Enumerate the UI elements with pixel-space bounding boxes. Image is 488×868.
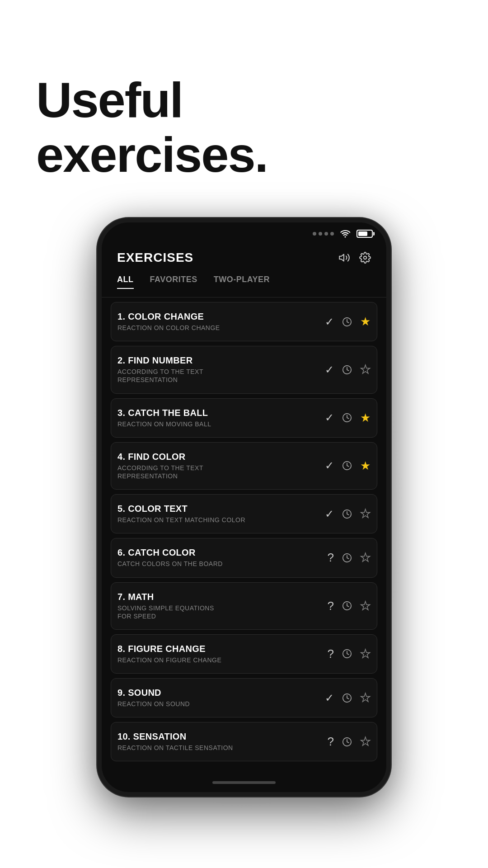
history-icon-5 <box>342 509 352 519</box>
phone-wrapper: EXERCISES ALL <box>81 209 407 815</box>
exercise-desc-1: REACTION ON COLOR CHANGE <box>117 324 325 332</box>
exercise-item-3[interactable]: 3. CATCH THE BALL REACTION ON MOVING BAL… <box>111 398 377 438</box>
svg-point-1 <box>364 256 367 259</box>
exercise-item-2[interactable]: 2. FIND NUMBER ACCORDING TO THE TEXTREPR… <box>111 346 377 393</box>
exercise-item-1[interactable]: 1. COLOR CHANGE REACTION ON COLOR CHANGE… <box>111 302 377 341</box>
star-icon-7[interactable]: ★ <box>360 599 371 613</box>
sound-icon[interactable] <box>338 252 350 264</box>
star-icon-3[interactable]: ★ <box>360 411 371 425</box>
exercise-info-8: 8. FIGURE CHANGE REACTION ON FIGURE CHAN… <box>117 644 328 664</box>
check-icon-4: ✓ <box>325 459 334 472</box>
star-icon-4[interactable]: ★ <box>360 459 371 473</box>
exercise-item-7[interactable]: 7. MATH SOLVING SIMPLE EQUATIONSFOR SPEE… <box>111 582 377 630</box>
home-bar <box>212 781 276 784</box>
exercise-info-3: 3. CATCH THE BALL REACTION ON MOVING BAL… <box>117 408 325 428</box>
exercise-name-1: 1. COLOR CHANGE <box>117 311 325 322</box>
tab-favorites[interactable]: FAVORITES <box>150 275 197 289</box>
exercise-actions-6: ? ★ <box>328 551 371 565</box>
star-icon-10[interactable]: ★ <box>360 735 371 749</box>
exercise-desc-5: REACTION ON TEXT MATCHING COLOR <box>117 516 325 524</box>
exercise-item-5[interactable]: 5. COLOR TEXT REACTION ON TEXT MATCHING … <box>111 494 377 533</box>
wifi-icon <box>340 230 350 238</box>
history-icon-1 <box>342 317 352 327</box>
home-indicator <box>102 776 386 792</box>
history-icon-6 <box>342 553 352 563</box>
signal-dot-1 <box>313 232 316 236</box>
phone-frame: EXERCISES ALL <box>97 218 391 797</box>
star-icon-9[interactable]: ★ <box>360 691 371 705</box>
history-icon-3 <box>342 413 352 423</box>
header-icons <box>338 252 371 264</box>
star-icon-2[interactable]: ★ <box>360 363 371 377</box>
question-icon-8: ? <box>328 647 334 661</box>
status-bar <box>102 222 386 241</box>
svg-marker-0 <box>339 254 344 261</box>
signal-dot-4 <box>330 232 334 236</box>
tab-all[interactable]: ALL <box>117 275 134 289</box>
settings-icon[interactable] <box>359 252 371 264</box>
exercise-name-4: 4. FIND COLOR <box>117 452 325 462</box>
exercise-info-6: 6. CATCH COLOR CATCH COLORS ON THE BOARD <box>117 547 328 568</box>
exercise-name-2: 2. FIND NUMBER <box>117 355 325 366</box>
history-icon-2 <box>342 365 352 375</box>
exercise-name-8: 8. FIGURE CHANGE <box>117 644 328 654</box>
exercise-actions-5: ✓ ★ <box>325 507 371 521</box>
exercise-actions-4: ✓ ★ <box>325 459 371 473</box>
question-icon-6: ? <box>328 551 334 565</box>
star-icon-8[interactable]: ★ <box>360 647 371 661</box>
exercise-name-7: 7. MATH <box>117 592 328 602</box>
history-icon-4 <box>342 461 352 471</box>
check-icon-1: ✓ <box>325 316 334 328</box>
exercise-actions-8: ? ★ <box>328 647 371 661</box>
question-icon-7: ? <box>328 599 334 613</box>
history-icon-10 <box>342 737 352 747</box>
check-icon-3: ✓ <box>325 411 334 424</box>
exercise-item-4[interactable]: 4. FIND COLOR ACCORDING TO THE TEXTREPRE… <box>111 442 377 490</box>
exercise-actions-3: ✓ ★ <box>325 411 371 425</box>
hero-section: Useful exercises. <box>0 0 488 209</box>
exercise-item-10[interactable]: 10. SENSATION REACTION ON TACTILE SENSAT… <box>111 722 377 761</box>
exercise-name-5: 5. COLOR TEXT <box>117 504 325 514</box>
exercise-desc-4: ACCORDING TO THE TEXTREPRESENTATION <box>117 464 325 480</box>
tabs-row: ALL FAVORITES TWO-PLAYER <box>102 272 386 297</box>
battery-icon <box>357 230 373 238</box>
hero-title: Useful exercises. <box>36 72 452 182</box>
exercise-info-2: 2. FIND NUMBER ACCORDING TO THE TEXTREPR… <box>117 355 325 384</box>
check-icon-5: ✓ <box>325 508 334 520</box>
exercise-info-1: 1. COLOR CHANGE REACTION ON COLOR CHANGE <box>117 311 325 332</box>
exercise-actions-1: ✓ ★ <box>325 315 371 329</box>
exercise-desc-8: REACTION ON FIGURE CHANGE <box>117 656 328 664</box>
history-icon-9 <box>342 693 352 703</box>
exercise-item-9[interactable]: 9. SOUND REACTION ON SOUND ✓ ★ <box>111 678 377 717</box>
exercise-name-10: 10. SENSATION <box>117 731 328 742</box>
exercise-desc-2: ACCORDING TO THE TEXTREPRESENTATION <box>117 368 325 384</box>
exercise-actions-10: ? ★ <box>328 735 371 749</box>
exercise-item-8[interactable]: 8. FIGURE CHANGE REACTION ON FIGURE CHAN… <box>111 634 377 674</box>
exercise-info-10: 10. SENSATION REACTION ON TACTILE SENSAT… <box>117 731 328 752</box>
exercise-desc-7: SOLVING SIMPLE EQUATIONSFOR SPEED <box>117 604 328 620</box>
signal-dot-2 <box>319 232 322 236</box>
exercise-info-7: 7. MATH SOLVING SIMPLE EQUATIONSFOR SPEE… <box>117 592 328 620</box>
exercise-desc-9: REACTION ON SOUND <box>117 700 325 708</box>
history-icon-8 <box>342 649 352 659</box>
exercise-desc-6: CATCH COLORS ON THE BOARD <box>117 560 328 568</box>
exercise-info-5: 5. COLOR TEXT REACTION ON TEXT MATCHING … <box>117 504 325 524</box>
exercise-name-3: 3. CATCH THE BALL <box>117 408 325 418</box>
exercise-info-4: 4. FIND COLOR ACCORDING TO THE TEXTREPRE… <box>117 452 325 480</box>
tab-two-player[interactable]: TWO-PLAYER <box>214 275 270 289</box>
history-icon-7 <box>342 601 352 611</box>
exercise-name-6: 6. CATCH COLOR <box>117 547 328 558</box>
exercise-actions-7: ? ★ <box>328 599 371 613</box>
star-icon-6[interactable]: ★ <box>360 551 371 565</box>
check-icon-2: ✓ <box>325 363 334 376</box>
signal-dot-3 <box>324 232 328 236</box>
app-title: EXERCISES <box>117 250 193 265</box>
app-header: EXERCISES <box>102 241 386 272</box>
exercise-item-6[interactable]: 6. CATCH COLOR CATCH COLORS ON THE BOARD… <box>111 538 377 577</box>
check-icon-9: ✓ <box>325 692 334 704</box>
star-icon-1[interactable]: ★ <box>360 315 371 329</box>
star-icon-5[interactable]: ★ <box>360 507 371 521</box>
exercise-desc-3: REACTION ON MOVING BALL <box>117 420 325 428</box>
question-icon-10: ? <box>328 735 334 749</box>
exercise-actions-9: ✓ ★ <box>325 691 371 705</box>
